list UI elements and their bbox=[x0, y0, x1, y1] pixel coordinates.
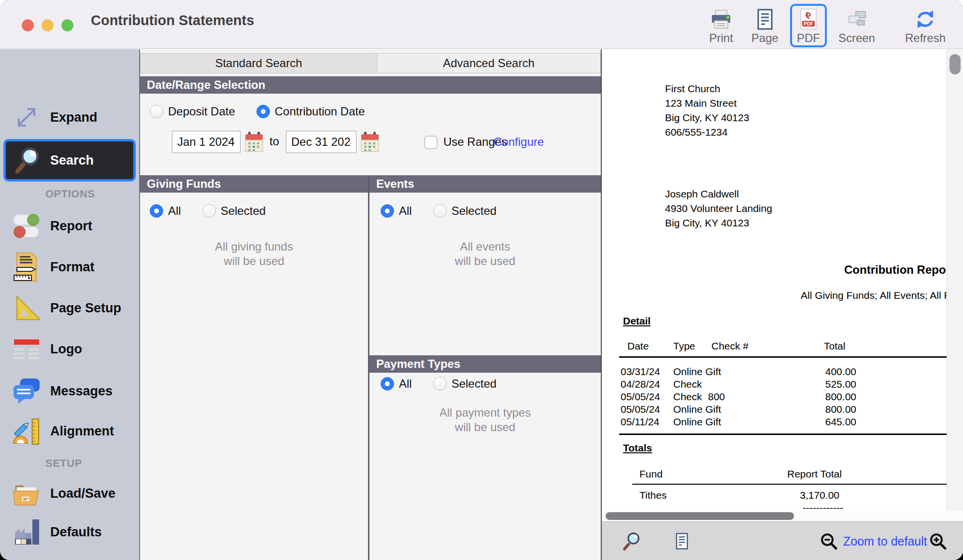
contribution-date-label: Contribution Date bbox=[275, 105, 365, 118]
sidebar-item-label: Format bbox=[50, 260, 95, 275]
tab-bar: Standard Search Advanced Search bbox=[140, 53, 601, 73]
col-check: Check # bbox=[711, 340, 749, 352]
screen-icon bbox=[845, 8, 868, 31]
chat-bubbles-icon bbox=[13, 377, 41, 405]
sidebar-item-format[interactable]: Format bbox=[0, 252, 139, 282]
minimize-button[interactable] bbox=[42, 19, 54, 31]
horizontal-scrollbar-thumb[interactable] bbox=[606, 512, 794, 520]
sidebar-item-label: Expand bbox=[50, 110, 98, 125]
church-city: Big City, KY 40123 bbox=[665, 112, 749, 124]
refresh-label: Refresh bbox=[905, 32, 946, 44]
pdf-icon: PDF bbox=[797, 8, 820, 31]
use-ranges-checkbox[interactable] bbox=[424, 136, 438, 149]
screenshot: Contribution Statements Print Page PDF P… bbox=[0, 0, 963, 560]
deposit-date-label: Deposit Date bbox=[168, 105, 235, 118]
report-title: Contribution Report bbox=[844, 263, 947, 277]
totals-dashes: ------------ bbox=[771, 502, 843, 511]
report-page: First Church 123 Main Street Big City, K… bbox=[603, 49, 947, 511]
sidebar-item-page-setup[interactable]: Page Setup bbox=[0, 293, 139, 323]
zoom-in-icon[interactable] bbox=[927, 531, 949, 552]
events-selected-radio[interactable] bbox=[433, 204, 447, 218]
contribution-date-radio[interactable] bbox=[256, 105, 270, 118]
print-button[interactable]: Print bbox=[702, 4, 739, 47]
totals-col-fund: Fund bbox=[639, 468, 663, 480]
page-view-icon[interactable] bbox=[671, 531, 693, 552]
sidebar-setup-header: SETUP bbox=[45, 457, 82, 470]
totals-header-rule bbox=[632, 484, 947, 485]
payment-types-all-label: All bbox=[399, 377, 412, 391]
sidebar-item-label: Defaults bbox=[50, 525, 102, 540]
to-calendar-icon[interactable] bbox=[360, 131, 380, 153]
sidebar-item-defaults[interactable]: Defaults bbox=[0, 517, 139, 547]
set-square-icon bbox=[13, 294, 41, 322]
toolbar: Print Page PDF PDF Screen bbox=[697, 4, 952, 47]
page-label: Page bbox=[751, 32, 779, 44]
refresh-button[interactable]: Refresh bbox=[898, 4, 952, 47]
pdf-label: PDF bbox=[797, 32, 820, 44]
sidebar-item-search[interactable]: Search bbox=[3, 139, 136, 182]
vertical-scrollbar[interactable] bbox=[947, 49, 963, 511]
fullscreen-button[interactable] bbox=[61, 19, 73, 31]
sidebar-item-load-save[interactable]: Load/Save bbox=[0, 478, 139, 509]
recipient-city: Big City, KY 40123 bbox=[665, 217, 749, 229]
recipient-street: 4930 Volunteer Landing bbox=[665, 203, 772, 214]
tab-standard-search[interactable]: Standard Search bbox=[140, 53, 377, 73]
sidebar-item-report[interactable]: Report bbox=[0, 210, 139, 241]
magnifier-icon bbox=[14, 146, 42, 174]
sidebar-item-label: Report bbox=[50, 219, 92, 234]
sidebar-item-logo[interactable]: Logo bbox=[0, 334, 139, 364]
giving-funds-selected-radio[interactable] bbox=[202, 204, 216, 218]
giving-funds-all-radio[interactable] bbox=[150, 204, 163, 218]
magnifier-tool-icon[interactable] bbox=[621, 531, 642, 552]
events-helper-text: All events will be used bbox=[369, 239, 601, 268]
events-selected-label: Selected bbox=[452, 204, 496, 218]
deposit-date-radio[interactable] bbox=[150, 105, 163, 118]
payment-types-all-radio[interactable] bbox=[381, 377, 394, 391]
col-total: Total bbox=[824, 340, 845, 352]
sidebar-item-label: Page Setup bbox=[50, 301, 121, 316]
date-range-row: to Use Ranges Configure bbox=[140, 130, 601, 154]
from-calendar-icon[interactable] bbox=[244, 131, 264, 153]
search-panel: Standard Search Advanced Search Date/Ran… bbox=[140, 49, 601, 560]
svg-text:PDF: PDF bbox=[804, 21, 813, 27]
sidebar-item-alignment[interactable]: Alignment bbox=[0, 416, 139, 447]
date-range-section-header: Date/Range Selection bbox=[140, 76, 601, 94]
col-date: Date bbox=[627, 340, 649, 352]
vertical-scrollbar-thumb[interactable] bbox=[949, 54, 961, 74]
payment-types-radio-group: All Selected bbox=[381, 377, 496, 391]
events-section-header: Events bbox=[369, 175, 601, 193]
configure-link[interactable]: Configure bbox=[494, 135, 544, 149]
tab-advanced-search[interactable]: Advanced Search bbox=[377, 53, 601, 73]
contribution-statements-window: Contribution Statements Print Page PDF P… bbox=[0, 0, 963, 560]
giving-funds-radio-group: All Selected bbox=[150, 204, 266, 218]
sidebar: Expand Search OPTIONS Report Format bbox=[0, 49, 140, 560]
church-street: 123 Main Street bbox=[665, 98, 736, 109]
page-button[interactable]: Page bbox=[745, 4, 785, 47]
screen-label: Screen bbox=[838, 32, 875, 44]
pdf-button[interactable]: PDF PDF bbox=[790, 4, 827, 47]
giving-funds-selected-label: Selected bbox=[221, 204, 266, 218]
from-date-input[interactable] bbox=[172, 131, 241, 153]
zoom-to-default-link[interactable]: Zoom to default bbox=[843, 534, 927, 548]
sidebar-item-messages[interactable]: Messages bbox=[0, 376, 139, 406]
totals-heading: Totals bbox=[623, 442, 652, 454]
close-button[interactable] bbox=[22, 19, 34, 31]
screen-button[interactable]: Screen bbox=[832, 4, 882, 47]
detail-bottom-rule bbox=[619, 434, 947, 435]
sidebar-options-header: OPTIONS bbox=[45, 188, 95, 200]
totals-col-total: Report Total bbox=[787, 468, 842, 480]
to-date-input[interactable] bbox=[286, 131, 356, 153]
payment-types-selected-label: Selected bbox=[452, 377, 496, 391]
horizontal-scrollbar[interactable] bbox=[603, 511, 963, 521]
to-label: to bbox=[269, 135, 279, 148]
zoom-out-icon[interactable] bbox=[818, 531, 839, 552]
report-preview-pane: First Church 123 Main Street Big City, K… bbox=[601, 49, 963, 560]
events-all-radio[interactable] bbox=[381, 204, 394, 218]
date-type-radio-group: Deposit Date Contribution Date bbox=[150, 103, 365, 120]
giving-funds-all-label: All bbox=[168, 204, 181, 218]
payment-types-section-header: Payment Types bbox=[369, 355, 601, 373]
detail-heading: Detail bbox=[623, 315, 651, 327]
payment-types-selected-radio[interactable] bbox=[433, 377, 447, 391]
sidebar-item-label: Load/Save bbox=[50, 486, 115, 501]
sidebar-item-expand[interactable]: Expand bbox=[0, 102, 139, 133]
